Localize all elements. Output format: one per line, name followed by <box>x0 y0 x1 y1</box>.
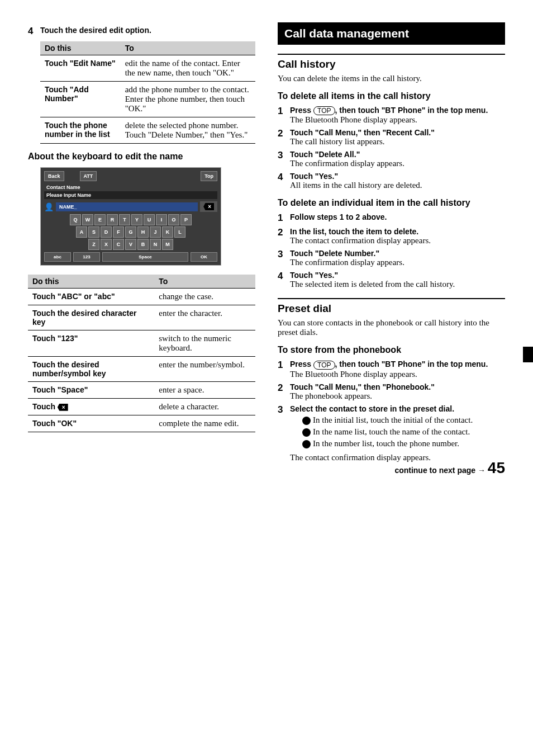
kb-key: H <box>137 226 149 238</box>
left-column: 4 Touch the desired edit option. Do this… <box>28 22 255 466</box>
kb-space-button: Space <box>102 252 188 262</box>
kb-key: Z <box>88 239 99 250</box>
keyboard-actions-table: Do this To Touch "ABC" or "abc"change th… <box>28 275 255 432</box>
kb-name-field: NAME_ <box>56 202 198 211</box>
kb-key: L <box>174 226 185 238</box>
page-edge-tab <box>523 347 533 362</box>
substep: 1In the initial list, touch the initial … <box>290 415 505 425</box>
step-number: 4 <box>28 26 40 37</box>
table-row: Touch "Edit Name" edit the name of the c… <box>40 55 255 82</box>
kb-row-1: Q W E R T Y U I O P <box>44 214 217 225</box>
table-row: Touch "OK"complete the name edit. <box>28 415 255 432</box>
top-key-icon: TOP <box>313 361 335 370</box>
kb-back-button: Back <box>44 171 64 181</box>
kb-key: O <box>168 214 179 225</box>
bullet-1-icon: 1 <box>302 417 311 425</box>
kb-ok-button: OK <box>191 252 217 262</box>
store-phonebook-heading: To store from the phonebook <box>278 345 505 355</box>
step: 1 Press TOP, then touch "BT Phone" in th… <box>278 360 505 379</box>
step: 3 Select the contact to store in the pre… <box>278 404 505 462</box>
step: 1 Follow steps 1 to 2 above. <box>278 212 505 224</box>
table-row: Touch "Add Number" add the phone number … <box>40 82 255 117</box>
kb-key: Q <box>70 214 81 225</box>
kb-key: E <box>94 214 106 225</box>
kb-key: A <box>76 226 87 238</box>
kb-key: F <box>113 226 124 238</box>
arrow-icon: → <box>478 466 486 475</box>
col-do-this: Do this <box>40 41 121 55</box>
kb-key: B <box>137 239 149 250</box>
preset-dial-intro: You can store contacts in the phonebook … <box>278 318 505 337</box>
kb-key: W <box>82 214 93 225</box>
kb-backspace-button: × <box>200 201 217 212</box>
table-row: Touch "123"switch to the numeric keyboar… <box>28 330 255 357</box>
step-text: Touch the desired edit option. <box>40 26 255 37</box>
table-row: Touch the desired character keyenter the… <box>28 305 255 330</box>
step: 2 Touch "Call Menu," then "Recent Call."… <box>278 128 505 147</box>
call-history-heading: Call history <box>278 54 505 70</box>
keyboard-screenshot: Back ATT Top Contact Name Please Input N… <box>40 167 221 266</box>
substep: 2In the name list, touch the name of the… <box>290 427 505 437</box>
preset-dial-heading: Preset dial <box>278 298 505 315</box>
step: 4 Touch "Yes." All items in the call his… <box>278 172 505 190</box>
table-row: Touch "Space"enter a space. <box>28 382 255 399</box>
kb-key: I <box>156 214 167 225</box>
col-to: To <box>121 41 255 55</box>
table-row: Touch the desired number/symbol keyenter… <box>28 357 255 382</box>
kb-key: M <box>162 239 173 250</box>
kb-key: J <box>150 226 161 238</box>
table-row: Touch "ABC" or "abc"change the case. <box>28 289 255 305</box>
kb-key: Y <box>131 214 142 225</box>
section-banner: Call data management <box>278 22 505 45</box>
top-key-icon: TOP <box>313 106 335 115</box>
kb-key: D <box>101 226 112 238</box>
kb-row-3: Z X C V B N M <box>44 239 217 250</box>
page-number: 45 <box>488 459 505 476</box>
step-4: 4 Touch the desired edit option. <box>28 26 255 37</box>
table-row: Touch × delete a character. <box>28 399 255 415</box>
kb-key: C <box>113 239 124 250</box>
backspace-icon: × <box>58 404 68 411</box>
kb-key: G <box>125 226 136 238</box>
delete-all-heading: To delete all items in the call history <box>278 91 505 101</box>
keyboard-heading: About the keyboard to edit the name <box>28 152 255 162</box>
step: 2 Touch "Call Menu," then "Phonebook." T… <box>278 382 505 401</box>
kb-key: X <box>101 239 112 250</box>
kb-title: Contact Name <box>44 183 217 191</box>
kb-123-button: 123 <box>73 252 100 262</box>
kb-key: R <box>107 214 118 225</box>
table-row: Touch the phone number in the list delet… <box>40 117 255 144</box>
bullet-2-icon: 2 <box>302 428 311 437</box>
page-footer: continue to next page → 45 <box>394 459 505 477</box>
bullet-3-icon: 3 <box>302 440 311 448</box>
backspace-icon: × <box>203 203 214 210</box>
edit-options-table: Do this To Touch "Edit Name" edit the na… <box>40 41 255 144</box>
col-to: To <box>154 275 255 289</box>
step: 1 Press TOP, then touch "BT Phone" in th… <box>278 106 505 125</box>
call-history-intro: You can delete the items in the call his… <box>278 74 505 83</box>
kb-key: N <box>150 239 161 250</box>
delete-individual-heading: To delete an individual item in the call… <box>278 198 505 208</box>
kb-key: V <box>125 239 136 250</box>
kb-abc-button: abc <box>44 252 71 262</box>
kb-key: U <box>144 214 155 225</box>
step: 4 Touch "Yes." The selected item is dele… <box>278 271 505 289</box>
kb-key: S <box>88 226 99 238</box>
col-do-this: Do this <box>28 275 154 289</box>
kb-prompt: Please Input Name <box>44 191 217 199</box>
kb-att-button: ATT <box>80 171 97 181</box>
substep: 3In the number list, touch the phone num… <box>290 439 505 448</box>
step: 3 Touch "Delete All." The confirmation d… <box>278 150 505 168</box>
continue-text: continue to next page <box>394 466 478 475</box>
step: 3 Touch "Delete Number." The confirmatio… <box>278 249 505 267</box>
kb-key: K <box>162 226 173 238</box>
kb-key: T <box>119 214 130 225</box>
kb-top-button: Top <box>201 171 217 181</box>
kb-key: P <box>180 214 192 225</box>
step: 2 In the list, touch the item to delete.… <box>278 227 505 245</box>
right-column: Call data management Call history You ca… <box>278 22 505 466</box>
kb-row-2: A S D F G H J K L <box>44 226 217 238</box>
